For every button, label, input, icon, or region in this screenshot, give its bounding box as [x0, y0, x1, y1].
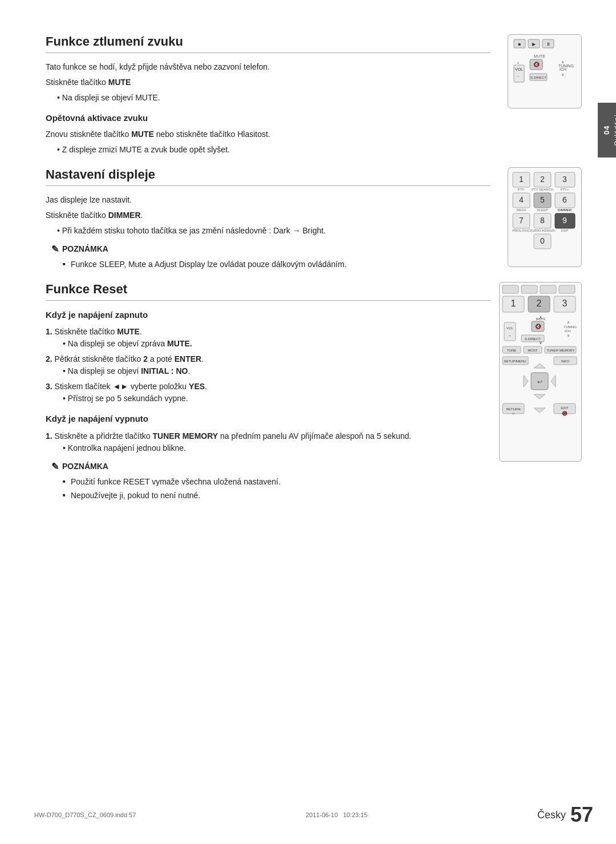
svg-text:−: −	[509, 333, 512, 338]
sub-bullet-2: Na displeji se objeví INITIAL : NO.	[63, 365, 491, 377]
svg-text:TUNER MEMORY: TUNER MEMORY	[546, 349, 574, 352]
footer-file: HW-D700_D770S_CZ_0609.indd 57	[34, 811, 136, 818]
note-item-display: Funkce SLEEP, Mute a Adjust Display lze …	[63, 259, 491, 270]
svg-rect-48	[502, 285, 518, 293]
svg-rect-49	[521, 285, 537, 293]
svg-rect-51	[559, 285, 575, 293]
footer-datetime: 2011-06-10 10:23:15	[306, 811, 367, 818]
sub-bullet-off-1: Kontrolka napájení jednou blikne.	[63, 442, 491, 454]
svg-text:ICH: ICH	[565, 329, 570, 333]
note-item-reset-1: Použití funkce RESET vymaže všechna ulož…	[63, 476, 491, 488]
svg-text:∧: ∧	[561, 60, 564, 64]
section-mute-sub-title: Opětovná aktivace zvuku	[46, 112, 491, 125]
remote-svg-1: ■ ▶ ⏸ MUTE 🔇 + VOL − ∧ TUNING I	[508, 34, 582, 108]
section-reset: Funkce Reset Když je napájení zapnuto 1.…	[46, 282, 582, 502]
svg-text:∨: ∨	[539, 340, 542, 345]
remote-image-3: 1 2 3 MUTE 🔇 ∧ + VOL −	[499, 282, 582, 463]
footer: HW-D700_D770S_CZ_0609.indd 57 2011-06-10…	[34, 803, 593, 827]
note-item-reset-2: Nepoužívejte ji, pokud to není nutné.	[63, 490, 491, 502]
svg-text:🔇: 🔇	[533, 61, 540, 68]
svg-text:MUTE: MUTE	[534, 54, 545, 58]
svg-text:∧: ∧	[567, 320, 570, 324]
svg-text:PTY+: PTY+	[560, 188, 569, 191]
page-lang: Česky	[537, 809, 566, 821]
svg-text:DSP: DSP	[561, 229, 568, 232]
numbered-list-on: 1. Stiskněte tlačítko MUTE. Na displeji …	[46, 326, 491, 405]
svg-text:■: ■	[518, 42, 521, 47]
svg-text:VOL: VOL	[506, 326, 514, 330]
svg-text:SLEEP: SLEEP	[537, 208, 548, 212]
svg-marker-92	[534, 408, 545, 413]
svg-marker-85	[551, 375, 556, 387]
sub-bullet-3: Přístroj se po 5 sekundách vypne.	[63, 393, 491, 405]
svg-text:6: 6	[562, 195, 567, 204]
svg-text:−: −	[517, 74, 519, 78]
section-display: Nastavení displeje Jas displeje lze nast…	[46, 167, 582, 270]
svg-text:DIMMER: DIMMER	[558, 208, 572, 212]
note-box-reset: POZNÁMKA Použití funkce RESET vymaže vše…	[46, 460, 491, 502]
svg-text:PTY SEARCH: PTY SEARCH	[532, 188, 553, 191]
svg-text:2: 2	[540, 175, 545, 184]
remote-image-1: ■ ▶ ⏸ MUTE 🔇 + VOL − ∧ TUNING I	[508, 34, 582, 110]
remote-svg-2: 1 2 3 PTY- PTY SEARCH PTY+ 4 5	[508, 167, 582, 267]
svg-text:↩: ↩	[537, 378, 542, 385]
section-mute-bullet1: Na displeji se objeví MUTE.	[57, 92, 491, 104]
page-number: 57	[570, 803, 593, 827]
section-mute: Funkce ztlumení zvuku Tato funkce se hod…	[46, 34, 582, 156]
numbered-item-2: 2. Pětkrát stiskněte tlačítko 2 a poté E…	[46, 353, 491, 377]
side-tab: 04 Ovládání	[598, 103, 616, 158]
svg-text:1: 1	[511, 298, 516, 308]
svg-marker-83	[534, 364, 545, 368]
svg-text:NEG4: NEG4	[517, 208, 526, 212]
numbered-item-1: 1. Stiskněte tlačítko MUTE. Na displeji …	[46, 326, 491, 350]
page-container: 04 Ovládání Funkce ztlumení zvuku Tato f…	[0, 0, 616, 844]
section-mute-step: Stiskněte tlačítko MUTE	[46, 76, 491, 88]
svg-text:ICH: ICH	[560, 67, 566, 71]
svg-text:🔇: 🔇	[535, 323, 542, 330]
svg-text:2: 2	[537, 298, 542, 308]
svg-rect-50	[540, 285, 556, 293]
numbered-item-off-1: 1. Stiskněte a přidržte tlačítko TUNER M…	[46, 430, 491, 454]
svg-text:1: 1	[519, 175, 524, 184]
svg-text:📵: 📵	[562, 410, 568, 416]
section-reset-title: Funkce Reset	[46, 282, 491, 301]
chapter-label: Ovládání	[613, 114, 616, 146]
section-display-step: Stiskněte tlačítko DIMMER.	[46, 209, 491, 221]
svg-text:∨: ∨	[561, 72, 564, 76]
svg-text:INFO: INFO	[561, 360, 570, 363]
svg-text:⏸: ⏸	[546, 42, 550, 47]
numbered-list-off: 1. Stiskněte a přidržte tlačítko TUNER M…	[46, 430, 491, 454]
svg-text:○: ○	[512, 411, 515, 416]
page-number-box: Česky 57	[537, 803, 593, 827]
section-mute-title: Funkce ztlumení zvuku	[46, 34, 491, 53]
svg-text:MOST: MOST	[528, 349, 538, 352]
svg-text:PROLOGIC: PROLOGIC	[512, 229, 530, 232]
svg-text:TONE: TONE	[507, 349, 517, 352]
svg-text:▶: ▶	[532, 42, 536, 47]
section-reset-sub1: Když je napájení zapnuto	[46, 309, 491, 322]
svg-text:3: 3	[562, 298, 568, 308]
sub-bullet-1: Na displeji se objeví zpráva MUTE.	[63, 338, 491, 350]
section-display-bullet1: Při každém stisku tohoto tlačítka se jas…	[57, 225, 491, 237]
note-title-display: POZNÁMKA	[51, 243, 491, 256]
svg-text:+: +	[517, 61, 519, 65]
section-mute-sub-text: Znovu stiskněte tlačítko MUTE nebo stisk…	[46, 128, 491, 140]
section-display-intro: Jas displeje lze nastavit.	[46, 194, 491, 206]
note-box-display: POZNÁMKA Funkce SLEEP, Mute a Adjust Dis…	[46, 243, 491, 270]
svg-marker-84	[524, 375, 528, 387]
svg-text:0: 0	[540, 236, 545, 245]
svg-text:∧: ∧	[539, 315, 542, 320]
remote-image-2: 1 2 3 PTY- PTY SEARCH PTY+ 4 5	[508, 167, 582, 269]
svg-text:3: 3	[562, 175, 567, 184]
svg-text:AUDIO ASSIGN: AUDIO ASSIGN	[530, 229, 554, 232]
svg-text:9: 9	[562, 216, 567, 225]
svg-text:TUNING: TUNING	[564, 325, 577, 329]
svg-text:7: 7	[519, 216, 524, 225]
svg-text:4: 4	[519, 195, 524, 204]
svg-text:PTY-: PTY-	[517, 188, 525, 191]
section-display-title: Nastavení displeje	[46, 167, 491, 186]
svg-text:8: 8	[540, 216, 545, 225]
svg-text:SETUP/MENU: SETUP/MENU	[504, 360, 526, 363]
chapter-number: 04	[602, 126, 611, 135]
svg-text:5: 5	[540, 195, 545, 204]
